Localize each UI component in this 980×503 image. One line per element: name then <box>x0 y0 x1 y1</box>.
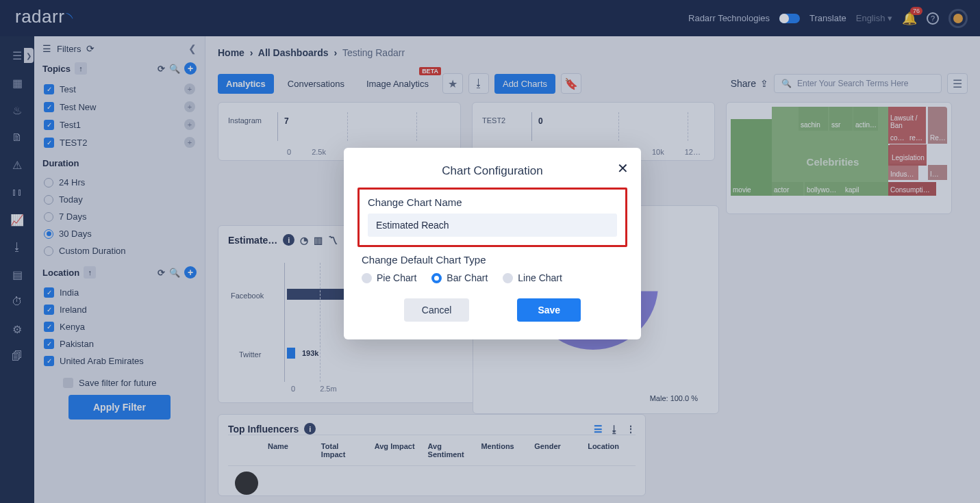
chart-type-label: Change Default Chart Type <box>362 254 623 266</box>
brand-text: radarr <box>15 6 64 27</box>
translate-toggle[interactable] <box>779 14 800 23</box>
top-header: radarr⁀ Radarr Technologies Translate En… <box>0 0 980 36</box>
save-button[interactable]: Save <box>517 298 581 322</box>
chart-config-modal: ✕ Chart Configuration Change Chart Name … <box>344 148 641 339</box>
language-value: English <box>856 13 885 23</box>
avatar[interactable] <box>948 9 968 28</box>
translate-label: Translate <box>809 13 846 23</box>
chart-name-label: Change Chart Name <box>368 196 617 208</box>
notification-badge: 76 <box>910 7 922 15</box>
cancel-button[interactable]: Cancel <box>404 298 470 322</box>
bell-icon[interactable]: 🔔76 <box>902 11 917 26</box>
close-icon[interactable]: ✕ <box>617 160 629 177</box>
chart-type-bar[interactable]: Bar Chart <box>431 272 488 283</box>
option-label: Pie Chart <box>377 272 416 283</box>
chart-type-pie[interactable]: Pie Chart <box>362 272 416 283</box>
radio-icon <box>362 273 372 283</box>
option-label: Bar Chart <box>447 272 488 283</box>
highlighted-region: Change Chart Name <box>357 188 627 247</box>
option-label: Line Chart <box>518 272 562 283</box>
radio-icon <box>503 273 513 283</box>
language-select[interactable]: English ▾ <box>856 13 892 23</box>
chart-name-input[interactable] <box>368 214 617 237</box>
radio-icon <box>431 273 442 283</box>
chart-type-options: Pie Chart Bar Chart Line Chart <box>362 272 623 283</box>
chart-type-line[interactable]: Line Chart <box>503 272 562 283</box>
org-name: Radarr Technologies <box>688 13 770 23</box>
modal-title: Chart Configuration <box>362 164 623 178</box>
brand-logo: radarr⁀ <box>15 6 71 30</box>
help-icon[interactable]: ? <box>927 12 939 25</box>
